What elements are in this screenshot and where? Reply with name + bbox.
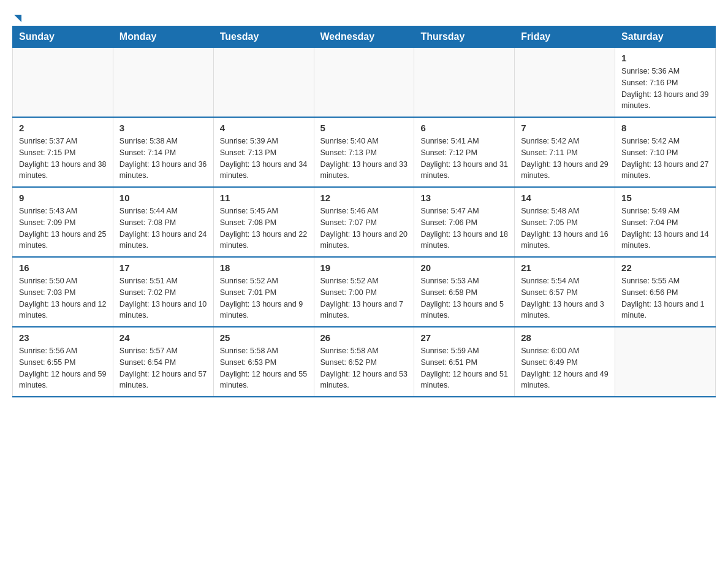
weekday-header-saturday: Saturday — [615, 26, 716, 48]
day-info: Sunrise: 5:41 AM Sunset: 7:12 PM Dayligh… — [420, 136, 508, 182]
day-info: Sunrise: 5:46 AM Sunset: 7:07 PM Dayligh… — [320, 205, 408, 251]
calendar-day: 19Sunrise: 5:52 AM Sunset: 7:00 PM Dayli… — [314, 257, 414, 327]
day-info: Sunrise: 5:56 AM Sunset: 6:55 PM Dayligh… — [19, 345, 107, 391]
day-number: 23 — [19, 332, 107, 343]
calendar-day — [515, 48, 615, 118]
calendar-day: 14Sunrise: 5:48 AM Sunset: 7:05 PM Dayli… — [515, 187, 615, 257]
calendar-header-row: SundayMondayTuesdayWednesdayThursdayFrid… — [13, 26, 716, 48]
calendar-day: 25Sunrise: 5:58 AM Sunset: 6:53 PM Dayli… — [213, 327, 314, 397]
day-info: Sunrise: 5:48 AM Sunset: 7:05 PM Dayligh… — [521, 205, 609, 251]
calendar-week-4: 16Sunrise: 5:50 AM Sunset: 7:03 PM Dayli… — [13, 257, 716, 327]
day-number: 1 — [621, 53, 709, 63]
calendar-day: 1Sunrise: 5:36 AM Sunset: 7:16 PM Daylig… — [615, 48, 716, 118]
day-number: 11 — [220, 193, 308, 203]
calendar-day: 12Sunrise: 5:46 AM Sunset: 7:07 PM Dayli… — [314, 187, 414, 257]
day-number: 3 — [119, 123, 207, 133]
calendar-day — [13, 48, 113, 118]
day-info: Sunrise: 5:49 AM Sunset: 7:04 PM Dayligh… — [621, 205, 709, 251]
calendar-week-2: 2Sunrise: 5:37 AM Sunset: 7:15 PM Daylig… — [13, 117, 716, 187]
day-number: 16 — [19, 262, 107, 273]
calendar-day: 24Sunrise: 5:57 AM Sunset: 6:54 PM Dayli… — [113, 327, 213, 397]
day-number: 17 — [119, 262, 207, 273]
day-number: 13 — [420, 193, 508, 203]
weekday-header-sunday: Sunday — [13, 26, 113, 48]
day-info: Sunrise: 5:43 AM Sunset: 7:09 PM Dayligh… — [19, 205, 107, 251]
weekday-header-friday: Friday — [515, 26, 615, 48]
weekday-header-monday: Monday — [113, 26, 213, 48]
calendar-day: 15Sunrise: 5:49 AM Sunset: 7:04 PM Dayli… — [615, 187, 716, 257]
calendar-day: 5Sunrise: 5:40 AM Sunset: 7:13 PM Daylig… — [314, 117, 414, 187]
day-info: Sunrise: 5:52 AM Sunset: 7:00 PM Dayligh… — [320, 275, 408, 321]
day-info: Sunrise: 5:58 AM Sunset: 6:52 PM Dayligh… — [320, 345, 408, 391]
day-info: Sunrise: 5:57 AM Sunset: 6:54 PM Dayligh… — [119, 345, 207, 391]
calendar-day — [615, 327, 716, 397]
day-number: 15 — [621, 193, 709, 203]
day-info: Sunrise: 5:45 AM Sunset: 7:08 PM Dayligh… — [220, 205, 308, 251]
calendar-day: 17Sunrise: 5:51 AM Sunset: 7:02 PM Dayli… — [113, 257, 213, 327]
calendar-day: 18Sunrise: 5:52 AM Sunset: 7:01 PM Dayli… — [213, 257, 314, 327]
calendar-day: 8Sunrise: 5:42 AM Sunset: 7:10 PM Daylig… — [615, 117, 716, 187]
logo — [12, 12, 21, 20]
day-number: 27 — [420, 332, 508, 343]
logo-arrow-icon — [14, 15, 21, 22]
day-number: 4 — [220, 123, 308, 133]
day-number: 18 — [220, 262, 308, 273]
day-info: Sunrise: 5:53 AM Sunset: 6:58 PM Dayligh… — [420, 275, 508, 321]
calendar-day — [314, 48, 414, 118]
day-info: Sunrise: 5:38 AM Sunset: 7:14 PM Dayligh… — [119, 136, 207, 182]
day-number: 5 — [320, 123, 408, 133]
calendar-day — [113, 48, 213, 118]
day-number: 2 — [19, 123, 107, 133]
day-number: 20 — [420, 262, 508, 273]
day-number: 7 — [521, 123, 609, 133]
day-number: 10 — [119, 193, 207, 203]
calendar-week-3: 9Sunrise: 5:43 AM Sunset: 7:09 PM Daylig… — [13, 187, 716, 257]
day-info: Sunrise: 6:00 AM Sunset: 6:49 PM Dayligh… — [521, 345, 609, 391]
calendar-day: 22Sunrise: 5:55 AM Sunset: 6:56 PM Dayli… — [615, 257, 716, 327]
day-number: 19 — [320, 262, 408, 273]
calendar-day: 6Sunrise: 5:41 AM Sunset: 7:12 PM Daylig… — [414, 117, 515, 187]
day-number: 12 — [320, 193, 408, 203]
calendar-day: 16Sunrise: 5:50 AM Sunset: 7:03 PM Dayli… — [13, 257, 113, 327]
calendar-day: 23Sunrise: 5:56 AM Sunset: 6:55 PM Dayli… — [13, 327, 113, 397]
calendar-day: 3Sunrise: 5:38 AM Sunset: 7:14 PM Daylig… — [113, 117, 213, 187]
day-number: 14 — [521, 193, 609, 203]
calendar-day: 20Sunrise: 5:53 AM Sunset: 6:58 PM Dayli… — [414, 257, 515, 327]
calendar-week-5: 23Sunrise: 5:56 AM Sunset: 6:55 PM Dayli… — [13, 327, 716, 397]
calendar-day: 10Sunrise: 5:44 AM Sunset: 7:08 PM Dayli… — [113, 187, 213, 257]
page-header — [12, 12, 716, 20]
calendar-day: 11Sunrise: 5:45 AM Sunset: 7:08 PM Dayli… — [213, 187, 314, 257]
day-info: Sunrise: 5:36 AM Sunset: 7:16 PM Dayligh… — [621, 66, 709, 112]
day-number: 22 — [621, 262, 709, 273]
calendar-day — [213, 48, 314, 118]
calendar-day: 9Sunrise: 5:43 AM Sunset: 7:09 PM Daylig… — [13, 187, 113, 257]
weekday-header-thursday: Thursday — [414, 26, 515, 48]
day-info: Sunrise: 5:50 AM Sunset: 7:03 PM Dayligh… — [19, 275, 107, 321]
day-number: 21 — [521, 262, 609, 273]
day-info: Sunrise: 5:39 AM Sunset: 7:13 PM Dayligh… — [220, 136, 308, 182]
calendar-day: 13Sunrise: 5:47 AM Sunset: 7:06 PM Dayli… — [414, 187, 515, 257]
calendar-day — [414, 48, 515, 118]
day-info: Sunrise: 5:47 AM Sunset: 7:06 PM Dayligh… — [420, 205, 508, 251]
day-info: Sunrise: 5:52 AM Sunset: 7:01 PM Dayligh… — [220, 275, 308, 321]
day-info: Sunrise: 5:42 AM Sunset: 7:11 PM Dayligh… — [521, 136, 609, 182]
day-info: Sunrise: 5:58 AM Sunset: 6:53 PM Dayligh… — [220, 345, 308, 391]
calendar-day: 27Sunrise: 5:59 AM Sunset: 6:51 PM Dayli… — [414, 327, 515, 397]
calendar-day: 7Sunrise: 5:42 AM Sunset: 7:11 PM Daylig… — [515, 117, 615, 187]
day-info: Sunrise: 5:42 AM Sunset: 7:10 PM Dayligh… — [621, 136, 709, 182]
calendar-day: 26Sunrise: 5:58 AM Sunset: 6:52 PM Dayli… — [314, 327, 414, 397]
day-info: Sunrise: 5:37 AM Sunset: 7:15 PM Dayligh… — [19, 136, 107, 182]
calendar-week-1: 1Sunrise: 5:36 AM Sunset: 7:16 PM Daylig… — [13, 48, 716, 118]
day-number: 8 — [621, 123, 709, 133]
day-info: Sunrise: 5:51 AM Sunset: 7:02 PM Dayligh… — [119, 275, 207, 321]
day-number: 28 — [521, 332, 609, 343]
calendar-day: 28Sunrise: 6:00 AM Sunset: 6:49 PM Dayli… — [515, 327, 615, 397]
day-number: 26 — [320, 332, 408, 343]
calendar-table: SundayMondayTuesdayWednesdayThursdayFrid… — [12, 26, 716, 397]
weekday-header-wednesday: Wednesday — [314, 26, 414, 48]
day-number: 9 — [19, 193, 107, 203]
day-number: 24 — [119, 332, 207, 343]
day-info: Sunrise: 5:54 AM Sunset: 6:57 PM Dayligh… — [521, 275, 609, 321]
calendar-day: 21Sunrise: 5:54 AM Sunset: 6:57 PM Dayli… — [515, 257, 615, 327]
day-number: 25 — [220, 332, 308, 343]
